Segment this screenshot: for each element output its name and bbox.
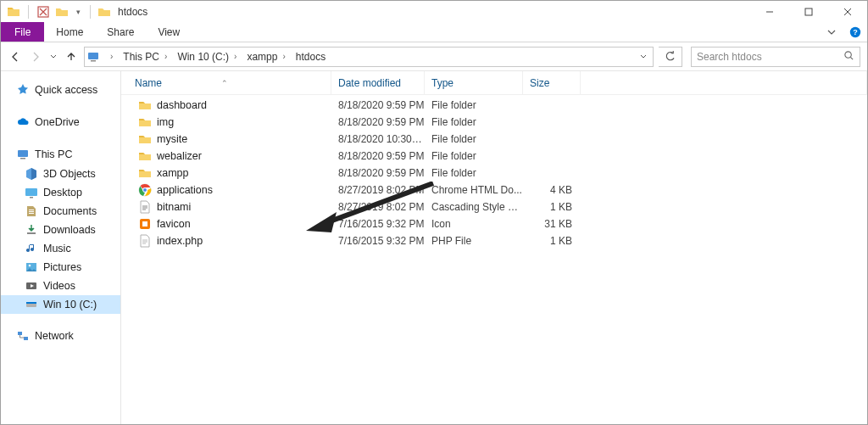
nav-quick-access[interactable]: Quick access [1,80,120,100]
maximize-button[interactable] [789,1,828,22]
table-row[interactable]: xampp8/18/2020 9:59 PMFile folder [121,165,867,182]
file-name: applications [157,184,213,196]
folder-icon [138,149,152,163]
nav-up-button[interactable] [64,49,79,64]
file-type: Icon [425,218,523,230]
table-row[interactable]: mysite8/18/2020 10:30 PMFile folder [121,131,867,148]
nav-desktop[interactable]: Desktop [1,183,120,202]
column-size[interactable]: Size [523,71,581,94]
file-type: PHP File [425,235,523,247]
file-date: 7/16/2015 9:32 PM [331,218,425,230]
file-date: 8/18/2020 9:59 PM [331,150,425,162]
sort-indicator-icon: ⌃ [221,79,228,87]
title-folder-icon [97,5,111,19]
column-headers: Name⌃ Date modified Type Size [121,71,867,95]
nav-back-button[interactable] [8,49,23,64]
file-name: dashboard [157,99,207,111]
ribbon-expand-icon[interactable] [820,22,843,42]
pictures-icon [25,260,38,274]
folder-icon [138,98,152,112]
address-dropdown-icon[interactable] [634,48,653,66]
table-row[interactable]: favicon7/16/2015 9:32 PMIcon31 KB [121,215,867,232]
php-icon [138,234,152,248]
cloud-icon [16,115,30,129]
file-date: 8/18/2020 9:59 PM [331,116,425,128]
table-row[interactable]: index.php7/16/2015 9:32 PMPHP File1 KB [121,232,867,249]
table-row[interactable]: webalizer8/18/2020 9:59 PMFile folder [121,148,867,165]
nav-onedrive[interactable]: OneDrive [1,112,120,132]
navigation-pane: Quick access OneDrive This PC 3D Objects [1,71,121,424]
file-date: 8/27/2019 8:02 PM [331,184,425,196]
refresh-button[interactable] [659,47,682,67]
file-date: 8/18/2020 9:59 PM [331,167,425,179]
tab-home[interactable]: Home [44,22,95,42]
folder-icon [138,132,152,146]
nav-pictures[interactable]: Pictures [1,258,120,277]
table-row[interactable]: dashboard8/18/2020 9:59 PMFile folder [121,97,867,114]
search-input[interactable]: Search htdocs [691,47,860,67]
file-type: File folder [425,133,523,145]
crumb-win10c[interactable]: Win 10 (C:)› [174,48,243,66]
nav-recent-dropdown[interactable] [48,49,58,64]
file-size: 1 KB [523,235,581,247]
file-rows: dashboard8/18/2020 9:59 PMFile folderimg… [121,95,867,249]
tab-share[interactable]: Share [95,22,146,42]
svg-text:?: ? [853,28,858,36]
close-button[interactable] [828,1,867,22]
file-name: bitnami [157,201,191,213]
qat-dropdown-icon[interactable]: ▾ [73,4,83,20]
file-name: favicon [157,218,191,230]
column-type[interactable]: Type [425,71,523,94]
videos-icon [25,279,38,293]
nav-documents[interactable]: Documents [1,202,120,221]
crumb-xampp[interactable]: xampp› [243,48,292,66]
help-icon[interactable]: ? [843,22,867,42]
nav-videos[interactable]: Videos [1,277,120,295]
crumb-htdocs[interactable]: htdocs [292,48,327,66]
address-bar[interactable]: › This PC› Win 10 (C:)› xampp› htdocs [84,47,654,67]
minimize-button[interactable] [750,1,789,22]
documents-icon [25,204,38,218]
file-type: File folder [425,116,523,128]
tab-view[interactable]: View [146,22,192,42]
file-date: 7/16/2015 9:32 PM [331,235,425,247]
svg-rect-9 [25,188,37,196]
tab-file[interactable]: File [1,22,44,42]
file-list-area: Name⌃ Date modified Type Size dashboard8… [121,71,867,424]
nav-downloads[interactable]: Downloads [1,221,120,239]
column-date[interactable]: Date modified [331,71,425,94]
file-type: File folder [425,99,523,111]
nav-forward-button[interactable] [28,49,43,64]
icon-icon [138,217,152,231]
svg-rect-8 [20,158,25,159]
css-icon [138,200,152,214]
nav-this-pc[interactable]: This PC [1,144,120,165]
folder-icon [138,166,152,180]
svg-rect-17 [18,332,22,335]
table-row[interactable]: img8/18/2020 9:59 PMFile folder [121,114,867,131]
file-type: File folder [425,167,523,179]
nav-music[interactable]: Music [1,239,120,258]
nav-network[interactable]: Network [1,326,120,346]
crumb-this-pc[interactable]: This PC› [120,48,174,66]
qat-properties-icon[interactable] [36,4,51,20]
nav-3d-objects[interactable]: 3D Objects [1,165,120,183]
table-row[interactable]: applications8/27/2019 8:02 PMChrome HTML… [121,182,867,199]
nav-row: › This PC› Win 10 (C:)› xampp› htdocs Se… [1,42,867,71]
file-type: Chrome HTML Do... [425,184,523,196]
music-icon [25,242,38,255]
crumb-root-chevron[interactable]: › [102,48,120,66]
drive-icon [25,298,38,311]
table-row[interactable]: bitnami8/27/2019 8:02 PMCascading Style … [121,199,867,215]
star-icon [16,83,30,97]
file-name: img [157,116,174,128]
svg-rect-1 [805,8,812,15]
file-type: File folder [425,150,523,162]
file-name: webalizer [157,150,202,162]
file-size: 1 KB [523,201,581,213]
column-name[interactable]: Name⌃ [121,71,331,94]
svg-rect-16 [26,302,36,304]
qat-folder-icon[interactable] [54,4,70,20]
nav-win10c[interactable]: Win 10 (C:) [1,295,120,314]
file-date: 8/27/2019 8:02 PM [331,201,425,213]
